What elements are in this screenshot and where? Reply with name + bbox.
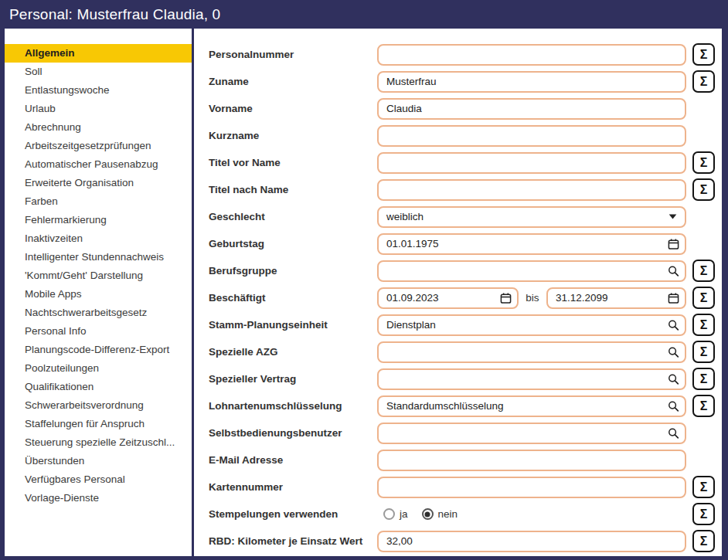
bis-label: bis <box>522 292 542 304</box>
sidebar-item-allgemein[interactable]: Allgemein <box>5 44 192 63</box>
field-label: Kurzname <box>209 130 377 141</box>
stamm-planungseinheit-input[interactable] <box>377 314 686 336</box>
field-label: Stamm-Planungseinheit <box>209 319 377 331</box>
sidebar-item-steuerung-spezielle-zeitzuschlaege[interactable]: Steuerung spezielle Zeitzuschl... <box>5 433 192 452</box>
search-icon[interactable] <box>668 373 679 385</box>
sidebar-item-fehlermarkierung[interactable]: Fehlermarkierung <box>5 211 192 229</box>
sigma-button[interactable]: Σ <box>692 70 715 93</box>
beschaeftigt-row: Beschäftigt bis <box>209 284 722 311</box>
sidebar-item-inaktivzeiten[interactable]: Inaktivzeiten <box>5 229 192 248</box>
geschlecht-row: Geschlecht weiblich <box>209 203 722 230</box>
sigma-button[interactable]: Σ <box>692 151 715 174</box>
sidebar-item-staffelungen-fuer-anspruch[interactable]: Staffelungen für Anspruch <box>5 415 192 433</box>
geschlecht-select[interactable]: weiblich <box>377 206 686 228</box>
sidebar-item-schwerarbeitsverordnung[interactable]: Schwerarbeitsverordnung <box>5 396 192 415</box>
email-input[interactable] <box>377 450 686 471</box>
radio-checked-icon <box>422 508 434 520</box>
kurzname-row: Kurzname <box>209 122 722 149</box>
sigma-button[interactable]: Σ <box>692 395 715 417</box>
beschaeftigt-von-input[interactable] <box>377 287 519 309</box>
calendar-icon[interactable] <box>668 238 679 249</box>
field-label: Geschlecht <box>209 211 377 222</box>
sidebar-item-farben[interactable]: Farben <box>5 192 192 211</box>
calendar-icon[interactable] <box>668 292 679 304</box>
window-titlebar: Personal: Musterfrau Claudia, 0 <box>0 0 728 29</box>
titel-vor-name-input[interactable] <box>377 152 686 174</box>
sidebar-item-poolzuteilungen[interactable]: Poolzuteilungen <box>5 359 192 378</box>
titel-nach-name-input[interactable] <box>377 179 686 201</box>
field-label: Titel vor Name <box>209 157 377 168</box>
rbd-kilometer-input[interactable] <box>377 531 686 552</box>
zuname-input[interactable] <box>377 71 686 93</box>
sidebar-item-nachtschwerarbeitsgesetz[interactable]: Nachtschwerarbeitsgesetz <box>5 304 192 322</box>
sidebar-item-vorlage-dienste[interactable]: Vorlage-Dienste <box>5 489 192 507</box>
selbstbedienungsbenutzer-input[interactable] <box>377 423 686 444</box>
sidebar-item-abrechnung[interactable]: Abrechnung <box>5 118 192 137</box>
sidebar-item-intelligenter-stundennachweis[interactable]: Intelligenter Stundennachweis <box>5 248 192 266</box>
spezieller-vertrag-input[interactable] <box>377 368 686 390</box>
sidebar-item-qualifikationen[interactable]: Qualifikationen <box>5 378 192 396</box>
sigma-button[interactable]: Σ <box>692 530 715 552</box>
geschlecht-select-value: weiblich <box>386 211 424 222</box>
personalnummer-row: Personalnummer Σ <box>209 41 722 68</box>
calendar-icon[interactable] <box>500 292 512 304</box>
search-icon[interactable] <box>668 346 679 358</box>
field-label: Kartennummer <box>209 481 377 493</box>
sidebar-item-verfuegbares-personal[interactable]: Verfügbares Personal <box>5 470 192 489</box>
sigma-button[interactable]: Σ <box>692 341 715 363</box>
geburtstag-input[interactable] <box>377 233 686 255</box>
sidebar-item-urlaub[interactable]: Urlaub <box>5 100 192 118</box>
lohnartenumschluesselung-input[interactable] <box>377 395 686 417</box>
personalnummer-input[interactable] <box>377 44 686 66</box>
sidebar: Allgemein Soll Entlastungswoche Urlaub A… <box>5 29 192 556</box>
sidebar-item-soll[interactable]: Soll <box>5 63 192 81</box>
chevron-down-icon <box>668 214 677 219</box>
titel-nach-name-row: Titel nach Name Σ <box>209 176 722 203</box>
zuname-row: Zuname Σ <box>209 68 722 95</box>
window-body: Allgemein Soll Entlastungswoche Urlaub A… <box>0 29 728 560</box>
sigma-button[interactable]: Σ <box>692 314 715 336</box>
selbstbedienungsbenutzer-row: Selbstbedienungsbenutzer <box>209 419 722 446</box>
field-label: Spezielle AZG <box>209 346 377 358</box>
vorname-input[interactable] <box>377 98 686 120</box>
kurzname-input[interactable] <box>377 125 686 147</box>
field-label: Zuname <box>209 76 377 87</box>
field-label: Titel nach Name <box>209 184 377 195</box>
sidebar-item-entlastungswoche[interactable]: Entlastungswoche <box>5 81 192 100</box>
search-icon[interactable] <box>668 400 679 412</box>
search-icon[interactable] <box>668 427 679 439</box>
sigma-button[interactable]: Σ <box>692 178 715 201</box>
sidebar-item-automatischer-pausenabzug[interactable]: Automatischer Pausenabzug <box>5 155 192 174</box>
field-label: Berufsgruppe <box>209 265 377 277</box>
field-label: Beschäftigt <box>209 292 377 304</box>
search-icon[interactable] <box>668 319 679 331</box>
page-title: Personal: Musterfrau Claudia, 0 <box>9 6 220 23</box>
field-label: Vorname <box>209 103 377 114</box>
sidebar-item-kommt-geht-darstellung[interactable]: 'Kommt/Geht' Darstellung <box>5 266 192 285</box>
spezieller-vertrag-row: Spezieller Vertrag Σ <box>209 365 722 392</box>
field-label: Geburtstag <box>209 238 377 249</box>
field-label: RBD: Kilometer je Einsatz Wert <box>209 535 377 547</box>
radio-option-nein[interactable]: nein <box>422 508 458 520</box>
sigma-button[interactable]: Σ <box>692 476 715 498</box>
sigma-button[interactable]: Σ <box>692 43 715 66</box>
radio-label: ja <box>400 508 408 520</box>
rbd-kilometer-row: RBD: Kilometer je Einsatz Wert Σ <box>209 528 722 555</box>
sigma-button[interactable]: Σ <box>692 260 715 282</box>
sigma-button[interactable]: Σ <box>692 287 715 309</box>
sidebar-item-erweiterte-organisation[interactable]: Erweiterte Organisation <box>5 174 192 192</box>
radio-option-ja[interactable]: ja <box>383 508 408 520</box>
sigma-button[interactable]: Σ <box>692 368 715 390</box>
sidebar-item-personal-info[interactable]: Personal Info <box>5 322 192 341</box>
sidebar-item-mobile-apps[interactable]: Mobile Apps <box>5 285 192 304</box>
beschaeftigt-bis-input[interactable] <box>546 287 686 309</box>
search-icon[interactable] <box>668 265 679 277</box>
spezielle-azg-input[interactable] <box>377 341 686 363</box>
stempelungen-radio-group: ja nein <box>377 508 686 520</box>
berufsgruppe-input[interactable] <box>377 260 686 282</box>
kartennummer-input[interactable] <box>377 477 686 498</box>
sidebar-item-planungscode-differenz-export[interactable]: Planungscode-Differenz-Export <box>5 341 192 359</box>
sigma-button[interactable]: Σ <box>692 503 715 525</box>
sidebar-item-arbeitszeitgesetzpruefungen[interactable]: Arbeitszeitgesetzprüfungen <box>5 137 192 155</box>
sidebar-item-ueberstunden[interactable]: Überstunden <box>5 452 192 470</box>
